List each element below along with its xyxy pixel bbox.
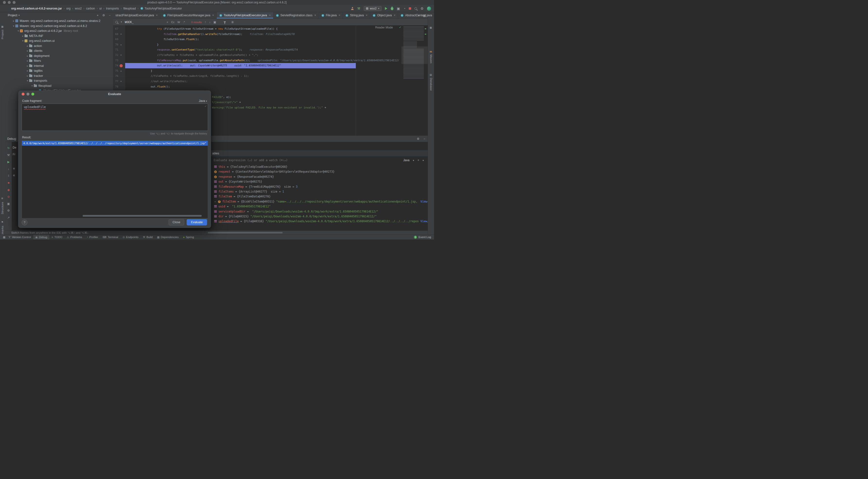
project-tree-item[interactable]: ▸internal (5, 63, 113, 68)
search-options-icon[interactable]: ≣ (231, 21, 234, 24)
locate-icon[interactable]: ⌖ (97, 13, 98, 17)
hide-panel-icon[interactable]: − (109, 13, 111, 17)
project-tree-item[interactable]: ▾org.wso2.carbon.ui (5, 38, 113, 43)
statusbar-item-terminal[interactable]: ⌨Terminal (100, 235, 120, 239)
run-config-selector[interactable]: wso2 ▾ (364, 6, 381, 11)
window-minimize-button[interactable] (8, 1, 11, 4)
statusbar-item-todo[interactable]: ≡TODO (49, 235, 64, 239)
toolwindow-label-database[interactable]: Database (430, 78, 433, 91)
maven-icon[interactable]: m (430, 50, 432, 53)
result-horizontal-scrollbar[interactable] (83, 215, 202, 217)
code-fragment-text[interactable]: uploadedFile (24, 105, 46, 109)
code-line[interactable]: 69fileOutStream.flush(); (113, 37, 401, 42)
code-line[interactable]: 77▾//out.write(filePaths); (113, 79, 401, 84)
variables-tab-partial[interactable]: ables (211, 150, 428, 157)
chevron-right-icon[interactable]: ▸ (26, 45, 29, 47)
match-case-toggle[interactable]: Cc (171, 21, 175, 24)
code-line[interactable]: 70▴} (113, 42, 401, 48)
fold-up-icon[interactable]: ▴ (121, 68, 122, 74)
stop-button[interactable] (409, 7, 411, 10)
filter-icon[interactable] (223, 21, 226, 23)
dialog-minimize-button[interactable] (27, 93, 29, 95)
project-tree-item[interactable]: ▾org.wso2.carbon.ui-4.6.2.jarlibrary roo… (5, 28, 113, 34)
project-tree-item[interactable]: ▸clients (5, 49, 113, 54)
editor-tab[interactable]: CFile.java× (319, 12, 343, 19)
chevron-down-icon[interactable]: ▾ (17, 30, 20, 32)
project-tree-item[interactable]: ▾transports (5, 78, 113, 83)
editor-tab[interactable]: CToolsAnyFileUploadExecutor.java× (217, 12, 273, 19)
words-toggle[interactable]: W (177, 21, 180, 24)
search-everywhere-icon[interactable] (414, 7, 417, 10)
project-tool-icon[interactable]: ▦ (1, 25, 3, 28)
editor-tab[interactable]: CObject.java× (370, 12, 398, 19)
project-tree-item[interactable]: ▸tracker (5, 73, 113, 79)
chevron-down-icon[interactable]: ▾ (26, 80, 29, 82)
next-match-icon[interactable]: ↓ (209, 21, 211, 24)
editor-tab[interactable]: CFileUploadExecutorManager.java× (160, 12, 217, 19)
statusbar-item-debug[interactable]: ◉Debug (33, 235, 50, 239)
coverage-icon[interactable]: ▣ (397, 7, 400, 10)
minimap[interactable] (401, 26, 428, 136)
statusbar-item-problems[interactable]: ⚠Problems (64, 235, 84, 239)
chevron-down-icon[interactable]: ▾ (30, 85, 34, 87)
editor-tab[interactable]: stractFileUploadExecutor.java× (113, 12, 160, 19)
settings-gear-icon[interactable]: ⚙ (421, 7, 424, 10)
tab-close-icon[interactable]: × (269, 13, 271, 17)
view-breakpoints-icon[interactable]: ◉ (5, 188, 12, 191)
code-line[interactable]: 74out.write(uuid);out: CoyoteWriter@4027… (113, 63, 401, 68)
tab-close-icon[interactable]: × (156, 13, 158, 17)
search-input[interactable]: WOEK_ (125, 21, 164, 24)
gear-icon[interactable]: ⚙ (417, 136, 420, 142)
evaluate-button[interactable]: Evaluate (187, 219, 207, 226)
variable-row[interactable]: dir = {File@40315} "/Users/peiqi/Downloa… (211, 214, 428, 219)
toolwindow-label-project[interactable]: Project (1, 30, 4, 39)
resume-icon[interactable]: ▶ (5, 160, 12, 163)
variable-row[interactable]: prequest = {ContextPathServletAdaptor$Ht… (211, 169, 428, 174)
variable-row[interactable]: uploadedFile = {File@40316} "/Users/peiq… (211, 219, 428, 224)
chevron-right-icon[interactable]: ▸ (26, 69, 29, 72)
variable-row[interactable]: out = {CoyoteWriter@40275} (211, 179, 428, 184)
chevron-right-icon[interactable]: ▸ (26, 60, 29, 62)
panel-grid-icon[interactable]: ▦ (430, 26, 432, 29)
chevron-right-icon[interactable]: ▸ (26, 74, 29, 77)
breadcrumb-fileupload[interactable]: fileupload (123, 7, 136, 10)
fold-down-icon[interactable]: ▾ (121, 79, 122, 84)
code-line[interactable]: 75▴} (113, 68, 401, 74)
chevron-right-icon[interactable]: ▸ (12, 20, 15, 22)
project-tree-item[interactable]: ▸deployment (5, 54, 113, 59)
dialog-zoom-button[interactable] (31, 93, 34, 95)
chevron-right-icon[interactable]: ▸ (26, 65, 29, 67)
window-close-button[interactable] (3, 1, 6, 4)
chevron-down-icon[interactable]: ▾ (12, 25, 15, 27)
project-tree-item[interactable]: ▾Maven: org.wso2.carbon:org.wso2.carbon.… (5, 24, 113, 29)
watch-input-row[interactable]: Evaluate expression (↵) or add a watch (… (211, 157, 428, 164)
close-button[interactable]: Close (168, 219, 184, 226)
code-line[interactable]: 67try (FileOutputStream fileOutStream = … (113, 26, 401, 32)
build-hammer-icon[interactable]: ⚒ (357, 7, 360, 10)
help-button[interactable]: ? (22, 219, 27, 226)
project-tree-item[interactable]: ▸filters (5, 58, 113, 63)
chevron-right-icon[interactable]: ▸ (21, 35, 25, 37)
run-button[interactable] (385, 7, 388, 10)
stop-icon[interactable]: ■ (5, 181, 12, 184)
editor-tab[interactable]: CAbstractContext.java× (398, 12, 434, 19)
database-icon[interactable]: ▤ (430, 73, 432, 76)
chevron-down-icon[interactable]: ▾ (423, 159, 424, 162)
select-all-matches-icon[interactable]: ▣ (213, 21, 216, 24)
variable-row[interactable]: fileResourceMap = {TreeBidiMap@40276} si… (211, 184, 428, 189)
code-line[interactable]: 78out.flush(); (113, 84, 401, 89)
fold-up-icon[interactable]: ▴ (121, 42, 122, 48)
project-tree-item[interactable]: ▾fileupload (5, 83, 113, 89)
statusbar-item-dependencies[interactable]: ▦Dependencies (155, 235, 181, 239)
code-fragment-input[interactable]: uploadedFile ↕ (22, 103, 208, 131)
chevron-right-icon[interactable]: ▸ (26, 50, 29, 52)
avatar[interactable] (427, 6, 431, 11)
view-link[interactable]: View (418, 199, 427, 204)
event-log[interactable]: 1 Event Log (414, 236, 431, 239)
project-tree-item[interactable]: ▸taglibs (5, 68, 113, 73)
build-icon[interactable]: ⚒ (5, 153, 12, 157)
tab-close-icon[interactable]: × (366, 13, 367, 17)
breadcrumb-jar[interactable]: org.wso2.carbon.ui-4.6.2-sources.jar (11, 7, 62, 10)
debugger-tab-partial[interactable]: De (13, 146, 16, 149)
breadcrumb-org[interactable]: org (66, 7, 70, 10)
